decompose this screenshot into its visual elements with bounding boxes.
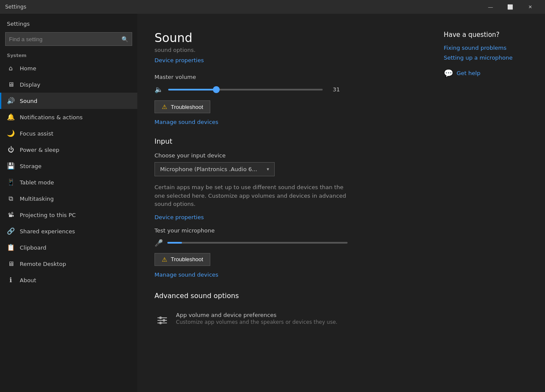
app-title: Settings — [5, 4, 481, 10]
sidebar-item-label: Clipboard — [20, 244, 46, 251]
home-icon: ⌂ — [7, 64, 15, 72]
mic-test-label: Test your microphone — [154, 227, 408, 234]
search-box[interactable]: 🔍 — [5, 32, 132, 46]
sidebar-item-tablet[interactable]: 📱 Tablet mode — [0, 174, 137, 190]
sidebar-item-label: Storage — [20, 163, 42, 169]
get-help-link[interactable]: Get help — [457, 70, 480, 76]
get-help-icon: 💬 — [444, 69, 453, 78]
advanced-item-text: App volume and device preferences Custom… — [176, 312, 337, 325]
page-subtitle: sound options. — [154, 47, 408, 53]
chevron-down-icon: ▾ — [266, 166, 269, 172]
input-info-text: Certain apps may be set up to use differ… — [154, 183, 352, 208]
sidebar-item-remote[interactable]: 🖥 Remote Desktop — [0, 256, 137, 272]
notifications-icon: 🔔 — [7, 113, 15, 121]
have-question-label: Have a question? — [444, 31, 535, 39]
main-content: Sound sound options. Device properties M… — [137, 14, 433, 392]
volume-value: 31 — [328, 86, 340, 93]
sidebar-item-label: Remote Desktop — [20, 261, 66, 267]
input-device-value: Microphone (Plantronics .Audio 6... — [160, 166, 257, 172]
manage-devices-link-2[interactable]: Manage sound devices — [154, 271, 218, 278]
sidebar-section-label: System — [0, 51, 137, 60]
master-volume-section: Master volume 🔈 31 ⚠ Troubleshoot Manage… — [154, 74, 408, 125]
device-properties-link-input[interactable]: Device properties — [154, 214, 204, 220]
sidebar-item-sound[interactable]: 🔊 Sound — [0, 93, 137, 109]
choose-input-label: Choose your input device — [154, 152, 408, 159]
advanced-item[interactable]: App volume and device preferences Custom… — [154, 307, 408, 333]
sidebar: Settings 🔍 System ⌂ Home 🖥 Display 🔊 Sou… — [0, 14, 137, 392]
focus-icon: 🌙 — [7, 130, 15, 137]
multitasking-icon: ⧉ — [7, 195, 15, 202]
sidebar-item-focus[interactable]: 🌙 Focus assist — [0, 125, 137, 142]
input-section-title: Input — [154, 137, 408, 145]
sidebar-item-label: Tablet mode — [20, 179, 54, 186]
warn-icon-2: ⚠ — [162, 256, 167, 263]
mic-row: 🎤 — [154, 239, 408, 247]
search-icon: 🔍 — [118, 36, 132, 42]
remote-icon: 🖥 — [7, 260, 15, 268]
input-device-dropdown[interactable]: Microphone (Plantronics .Audio 6... ▾ — [154, 162, 275, 176]
mic-level-bar — [167, 242, 348, 244]
sidebar-item-label: Focus assist — [20, 130, 53, 137]
sidebar-item-label: About — [20, 277, 36, 283]
sidebar-item-projecting[interactable]: 📽 Projecting to this PC — [0, 207, 137, 223]
sidebar-item-label: Projecting to this PC — [20, 212, 76, 218]
volume-thumb[interactable] — [213, 86, 220, 93]
volume-row: 🔈 31 — [154, 85, 408, 93]
sidebar-item-clipboard[interactable]: 📋 Clipboard — [0, 239, 137, 256]
maximize-button[interactable]: ⬜ — [500, 0, 520, 14]
sidebar-item-label: Notifications & actions — [20, 114, 83, 121]
sidebar-app-title: Settings — [0, 17, 137, 32]
tablet-icon: 📱 — [7, 178, 15, 186]
minimize-button[interactable]: — — [481, 0, 500, 14]
storage-icon: 💾 — [7, 162, 15, 170]
sidebar-item-storage[interactable]: 💾 Storage — [0, 158, 137, 174]
sidebar-item-shared[interactable]: 🔗 Shared experiences — [0, 223, 137, 239]
projecting-icon: 📽 — [7, 211, 15, 219]
sidebar-item-display[interactable]: 🖥 Display — [0, 76, 137, 93]
power-icon: ⏻ — [7, 146, 15, 154]
get-help-row: 💬 Get help — [444, 69, 535, 78]
sidebar-item-label: Multitasking — [20, 196, 54, 202]
svg-point-3 — [159, 317, 162, 319]
input-device-section: Choose your input device Microphone (Pla… — [154, 152, 408, 278]
app-body: Settings 🔍 System ⌂ Home 🖥 Display 🔊 Sou… — [0, 14, 545, 392]
page-title: Sound — [154, 31, 408, 45]
close-button[interactable]: ✕ — [520, 0, 540, 14]
advanced-item-desc: Customize app volumes and the speakers o… — [176, 319, 337, 325]
sidebar-item-about[interactable]: ℹ About — [0, 272, 137, 288]
shared-icon: 🔗 — [7, 227, 15, 235]
troubleshoot-button-1[interactable]: ⚠ Troubleshoot — [154, 100, 210, 113]
device-properties-link-top[interactable]: Device properties — [154, 57, 204, 63]
about-icon: ℹ — [7, 276, 15, 284]
right-panel: Have a question? Fixing sound problems S… — [433, 14, 545, 392]
sidebar-item-label: Home — [20, 65, 36, 72]
sliders-icon — [154, 313, 170, 328]
mic-icon: 🎤 — [154, 239, 163, 247]
setting-mic-link[interactable]: Setting up a microphone — [444, 54, 535, 61]
fixing-sound-link[interactable]: Fixing sound problems — [444, 45, 535, 51]
advanced-section-title: Advanced sound options — [154, 292, 408, 300]
volume-slider[interactable] — [168, 89, 323, 90]
sidebar-item-label: Shared experiences — [20, 228, 75, 235]
clipboard-icon: 📋 — [7, 244, 15, 251]
sidebar-item-label: Power & sleep — [20, 147, 59, 153]
display-icon: 🖥 — [7, 81, 15, 88]
sound-icon: 🔊 — [7, 97, 15, 105]
mic-test-section: Test your microphone 🎤 ⚠ Troubleshoot Ma… — [154, 227, 408, 278]
sidebar-item-home[interactable]: ⌂ Home — [0, 60, 137, 76]
window-controls: — ⬜ ✕ — [481, 0, 540, 14]
sidebar-item-multitasking[interactable]: ⧉ Multitasking — [0, 190, 137, 207]
speaker-icon: 🔈 — [154, 85, 163, 93]
sidebar-item-power[interactable]: ⏻ Power & sleep — [0, 142, 137, 158]
warn-icon-1: ⚠ — [162, 103, 167, 110]
troubleshoot-button-2[interactable]: ⚠ Troubleshoot — [154, 253, 210, 266]
sidebar-item-label: Display — [20, 81, 40, 88]
svg-point-4 — [163, 319, 165, 322]
sidebar-item-label: Sound — [20, 98, 37, 104]
manage-devices-link-1[interactable]: Manage sound devices — [154, 119, 218, 125]
sidebar-item-notifications[interactable]: 🔔 Notifications & actions — [0, 109, 137, 125]
troubleshoot-label-2: Troubleshoot — [171, 256, 203, 262]
search-input[interactable] — [6, 36, 118, 42]
volume-label: Master volume — [154, 74, 408, 80]
mic-level-fill — [167, 242, 182, 244]
